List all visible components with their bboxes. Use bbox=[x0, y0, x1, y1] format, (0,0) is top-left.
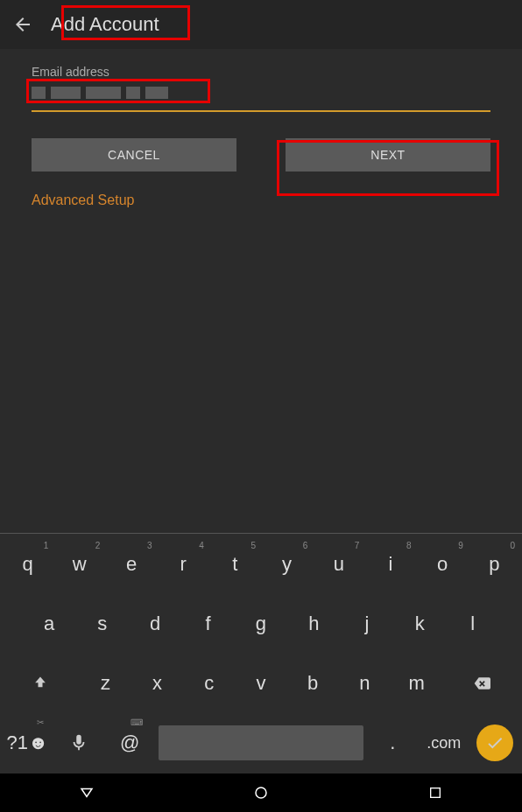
key-w[interactable]: 2w bbox=[53, 539, 105, 590]
key-f[interactable]: f bbox=[181, 598, 234, 649]
key-superscript: 0 bbox=[510, 541, 515, 550]
scissors-icon: ✂ bbox=[37, 718, 44, 727]
backspace-key[interactable] bbox=[442, 658, 520, 709]
svg-rect-1 bbox=[430, 788, 440, 798]
key-i[interactable]: 8i bbox=[364, 539, 416, 590]
key-label: m bbox=[408, 672, 424, 695]
key-superscript: 4 bbox=[199, 541, 204, 550]
at-key[interactable]: ⌨ @ bbox=[104, 718, 155, 768]
key-y[interactable]: 6y bbox=[261, 539, 313, 590]
key-label: j bbox=[364, 612, 369, 635]
system-navbar bbox=[0, 774, 522, 812]
key-o[interactable]: 9o bbox=[417, 539, 469, 590]
key-label: i bbox=[389, 553, 393, 576]
dotcom-key[interactable]: .com bbox=[419, 718, 469, 768]
cancel-button[interactable]: CANCEL bbox=[32, 138, 236, 172]
key-h[interactable]: h bbox=[287, 598, 340, 649]
key-c[interactable]: c bbox=[183, 658, 235, 709]
key-z[interactable]: z bbox=[80, 658, 131, 709]
nav-home-icon[interactable] bbox=[250, 782, 272, 803]
content: Email address CANCEL NEXT Advanced Setup bbox=[0, 49, 522, 224]
key-x[interactable]: x bbox=[131, 658, 183, 709]
advanced-setup-link[interactable]: Advanced Setup bbox=[32, 192, 134, 208]
nav-back-icon[interactable] bbox=[76, 782, 97, 803]
key-label: k bbox=[415, 612, 425, 635]
key-e[interactable]: 3e bbox=[105, 539, 157, 590]
key-label: c bbox=[204, 672, 214, 695]
onscreen-keyboard: 1q2w3e4r5t6y7u8i9o0p asdfghjkl zxcvbnm ✂… bbox=[0, 533, 522, 774]
key-label: d bbox=[150, 612, 160, 635]
key-label: r bbox=[180, 553, 187, 576]
key-label: w bbox=[73, 553, 87, 576]
key-g[interactable]: g bbox=[235, 598, 287, 649]
mic-key[interactable] bbox=[53, 718, 103, 768]
key-label: n bbox=[359, 672, 370, 695]
shift-key[interactable] bbox=[2, 658, 80, 709]
button-row: CANCEL NEXT bbox=[32, 138, 490, 172]
key-superscript: 1 bbox=[44, 541, 49, 550]
key-label: a bbox=[44, 612, 54, 635]
key-label: s bbox=[97, 612, 107, 635]
keyboard-row-2: asdfghjkl bbox=[2, 598, 520, 649]
key-label: x bbox=[152, 672, 162, 695]
header: Add Account bbox=[0, 0, 522, 49]
key-label: h bbox=[308, 612, 319, 635]
enter-key[interactable] bbox=[476, 724, 513, 761]
keyboard-row-bottom: ✂ ?1☻ ⌨ @ . .com bbox=[2, 718, 520, 768]
svg-point-0 bbox=[256, 788, 266, 798]
key-t[interactable]: 5t bbox=[209, 539, 261, 590]
page-title: Add Account bbox=[51, 13, 159, 36]
keyboard-row-1: 1q2w3e4r5t6y7u8i9o0p bbox=[2, 539, 520, 590]
key-k[interactable]: k bbox=[393, 598, 446, 649]
key-superscript: 3 bbox=[147, 541, 152, 550]
key-label: u bbox=[334, 553, 344, 576]
keyboard-row-3: zxcvbnm bbox=[2, 658, 520, 709]
key-label: g bbox=[256, 612, 266, 635]
at-key-label: @ bbox=[120, 732, 139, 754]
input-underline bbox=[32, 110, 490, 112]
key-p[interactable]: 0p bbox=[469, 539, 520, 590]
key-label: q bbox=[22, 553, 32, 576]
key-a[interactable]: a bbox=[23, 598, 75, 649]
key-label: t bbox=[232, 553, 237, 576]
key-label: z bbox=[101, 672, 110, 695]
key-label: v bbox=[257, 672, 266, 695]
key-label: p bbox=[489, 553, 499, 576]
key-superscript: 9 bbox=[458, 541, 463, 550]
key-q[interactable]: 1q bbox=[2, 539, 53, 590]
dot-key[interactable]: . bbox=[367, 718, 418, 768]
key-label: l bbox=[470, 612, 475, 635]
symbols-key-label: ?1☻ bbox=[6, 732, 48, 754]
key-superscript: 7 bbox=[355, 541, 360, 550]
spacebar-key[interactable] bbox=[159, 725, 363, 760]
nav-recent-icon[interactable] bbox=[425, 782, 446, 803]
back-arrow-icon[interactable] bbox=[12, 14, 33, 35]
key-label: b bbox=[307, 672, 318, 695]
key-b[interactable]: b bbox=[287, 658, 339, 709]
key-label: o bbox=[437, 553, 448, 576]
key-j[interactable]: j bbox=[341, 598, 393, 649]
redacted-email bbox=[32, 82, 490, 103]
key-d[interactable]: d bbox=[129, 598, 181, 649]
email-input[interactable] bbox=[32, 82, 490, 103]
key-label: e bbox=[126, 553, 137, 576]
key-n[interactable]: n bbox=[339, 658, 391, 709]
keyboard-hint-icon: ⌨ bbox=[130, 718, 143, 727]
key-superscript: 2 bbox=[95, 541, 101, 550]
key-s[interactable]: s bbox=[75, 598, 128, 649]
next-button[interactable]: NEXT bbox=[286, 138, 490, 172]
key-superscript: 6 bbox=[303, 541, 308, 550]
key-superscript: 8 bbox=[406, 541, 412, 550]
key-u[interactable]: 7u bbox=[313, 539, 364, 590]
key-l[interactable]: l bbox=[447, 598, 499, 649]
key-m[interactable]: m bbox=[391, 658, 442, 709]
symbols-key[interactable]: ✂ ?1☻ bbox=[2, 718, 53, 768]
email-label: Email address bbox=[32, 65, 490, 79]
key-v[interactable]: v bbox=[235, 658, 286, 709]
key-label: f bbox=[205, 612, 210, 635]
key-r[interactable]: 4r bbox=[158, 539, 209, 590]
key-superscript: 5 bbox=[250, 541, 256, 550]
key-label: y bbox=[282, 553, 292, 576]
